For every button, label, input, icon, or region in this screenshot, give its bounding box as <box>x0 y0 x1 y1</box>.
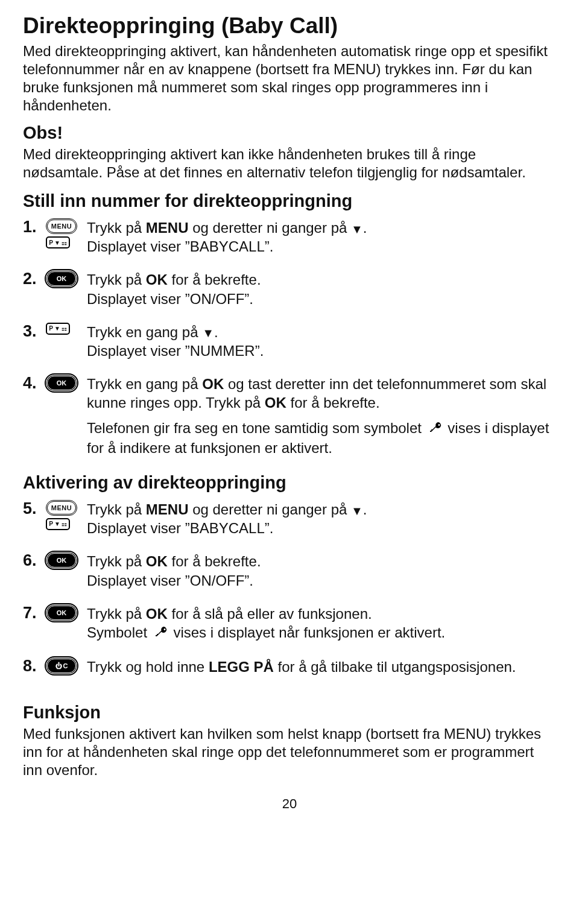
page-title: Direkteoppringing (Baby Call) <box>23 13 556 39</box>
step-text: Trykk på OK for å bekrefte.Displayet vis… <box>87 270 556 314</box>
step-number: 4. <box>23 375 46 393</box>
intro-paragraph: Med direkteoppringing aktivert, kan hånd… <box>23 42 556 115</box>
step-number: 2. <box>23 270 46 288</box>
key-icon <box>153 624 168 643</box>
ok-button-icon: OK <box>46 375 77 391</box>
step-text: Trykk en gang på OK og tast deretter inn… <box>87 375 556 463</box>
step-number: 3. <box>23 323 46 341</box>
obs-heading: Obs! <box>23 123 556 143</box>
menu-button-icon: MENU <box>46 500 77 516</box>
step-number: 6. <box>23 552 46 570</box>
step-row: 4. OK Trykk en gang på OK og tast derett… <box>23 375 556 463</box>
step-number: 7. <box>23 604 46 622</box>
step-number: 5. <box>23 500 46 518</box>
step-text: Trykk en gang på ▼.Displayet viser ”NUMM… <box>87 323 556 366</box>
ok-button-icon: OK <box>46 552 77 569</box>
section-activate-title: Aktivering av direkteoppringing <box>23 473 556 493</box>
nav-down-icon: P▼⚏ <box>46 236 70 248</box>
nav-down-icon: P▼⚏ <box>46 518 70 530</box>
funksjon-text: Med funksjonen aktivert kan hvilken som … <box>23 725 556 779</box>
key-icon <box>427 420 443 438</box>
section-set-number-title: Still inn nummer for direkteoppringning <box>23 191 556 211</box>
step-row: 7. OK Trykk på OK for å slå på eller av … <box>23 604 556 649</box>
step-text: Trykk på OK for å bekrefte.Displayet vis… <box>87 552 556 595</box>
obs-text: Med direkteoppringing aktivert kan ikke … <box>23 145 556 182</box>
page-number: 20 <box>23 796 556 821</box>
step-row: 8. ⏻C Trykk og hold inne LEGG PÅ for å g… <box>23 657 556 682</box>
step-row: 1. MENU P▼⚏ Trykk på MENU og deretter ni… <box>23 218 556 262</box>
step-text: Trykk på MENU og deretter ni ganger på ▼… <box>87 218 556 262</box>
ok-button-icon: OK <box>46 270 77 287</box>
step-row: 5. MENU P▼⚏ Trykk på MENU og deretter ni… <box>23 500 556 543</box>
hangup-button-icon: ⏻C <box>46 657 77 674</box>
funksjon-heading: Funksjon <box>23 703 556 723</box>
step-number: 8. <box>23 657 46 676</box>
menu-button-icon: MENU <box>46 218 77 234</box>
step-row: 6. OK Trykk på OK for å bekrefte.Display… <box>23 552 556 595</box>
step-row: 3. P▼⚏ Trykk en gang på ▼.Displayet vise… <box>23 323 556 366</box>
ok-button-icon: OK <box>46 604 77 621</box>
step-text: Trykk på OK for å slå på eller av funksj… <box>87 604 556 649</box>
step-number: 1. <box>23 218 46 236</box>
step-text: Trykk på MENU og deretter ni ganger på ▼… <box>87 500 556 543</box>
nav-down-icon: P▼⚏ <box>46 323 70 335</box>
step-text: Trykk og hold inne LEGG PÅ for å gå tilb… <box>87 657 556 682</box>
step-row: 2. OK Trykk på OK for å bekrefte.Display… <box>23 270 556 314</box>
